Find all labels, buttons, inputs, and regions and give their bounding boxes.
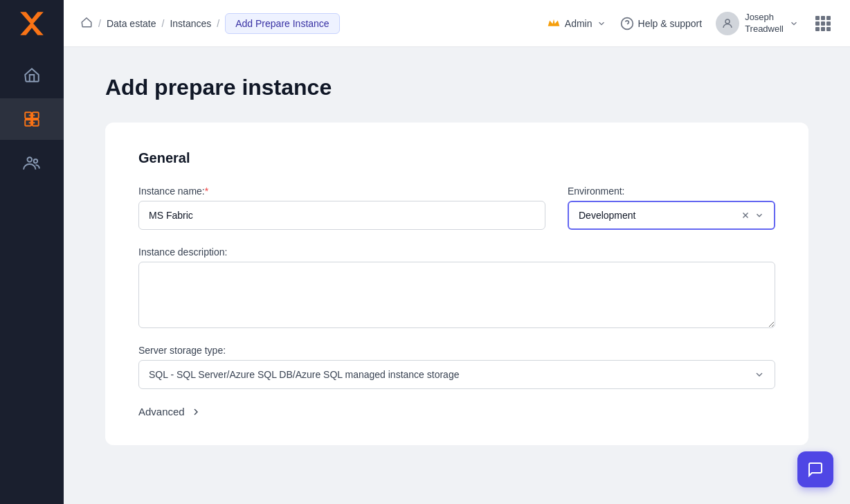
app-logo: [17, 9, 46, 38]
svg-point-9: [28, 157, 33, 162]
breadcrumb-instances[interactable]: Instances: [170, 18, 211, 29]
env-select-icons: [741, 210, 764, 220]
form-row-3: Server storage type: SQL - SQL Server/Az…: [138, 345, 775, 389]
sidebar-item-data-estate[interactable]: [0, 98, 64, 140]
help-icon: [620, 17, 634, 30]
data-estate-icon: [23, 110, 41, 128]
user-name: Joseph Treadwell: [745, 12, 784, 35]
avatar: [716, 12, 739, 35]
user-dropdown-icon: [789, 19, 799, 28]
admin-dropdown-icon: [597, 19, 606, 28]
user-button[interactable]: Joseph Treadwell: [716, 12, 799, 35]
user-avatar-icon: [721, 17, 734, 30]
breadcrumb: / Data estate / Instances / Add Prepare …: [80, 13, 541, 34]
storage-label: Server storage type:: [138, 345, 775, 356]
sidebar: [0, 0, 64, 504]
breadcrumb-sep-3: /: [217, 18, 219, 29]
help-label: Help & support: [638, 18, 703, 29]
page-content: Add prepare instance General Instance na…: [64, 47, 850, 504]
environment-value: Development: [579, 210, 741, 221]
sidebar-item-home[interactable]: [0, 54, 64, 96]
sidebar-logo: [0, 0, 64, 47]
env-clear-icon[interactable]: [741, 210, 750, 220]
chat-icon: [807, 461, 824, 478]
breadcrumb-current: Add Prepare Instance: [225, 13, 339, 34]
home-icon: [23, 66, 41, 84]
form-group-environment: Environment: Development: [568, 186, 775, 230]
svg-point-10: [34, 159, 37, 163]
section-general-title: General: [138, 150, 775, 166]
storage-dropdown-icon: [754, 369, 765, 380]
storage-value: SQL - SQL Server/Azure SQL DB/Azure SQL …: [149, 369, 459, 380]
svg-marker-0: [20, 12, 44, 35]
form-group-instance-name: Instance name:*: [138, 186, 545, 230]
sidebar-navigation: [0, 47, 64, 184]
breadcrumb-data-estate[interactable]: Data estate: [107, 18, 156, 29]
main-area: / Data estate / Instances / Add Prepare …: [64, 0, 850, 504]
chat-fab-button[interactable]: [797, 451, 833, 487]
instance-name-label: Instance name:*: [138, 186, 545, 197]
advanced-label: Advanced: [138, 406, 185, 417]
admin-label: Admin: [565, 18, 593, 29]
breadcrumb-home[interactable]: [80, 16, 93, 31]
svg-point-13: [725, 19, 730, 24]
page-title: Add prepare instance: [105, 75, 808, 100]
breadcrumb-sep-2: /: [162, 18, 165, 29]
environment-select[interactable]: Development: [568, 201, 775, 230]
admin-button[interactable]: Admin: [547, 15, 606, 31]
storage-select[interactable]: SQL - SQL Server/Azure SQL DB/Azure SQL …: [138, 360, 775, 389]
topnav: / Data estate / Instances / Add Prepare …: [64, 0, 850, 47]
crown-icon: [547, 15, 561, 31]
form-group-storage: Server storage type: SQL - SQL Server/Az…: [138, 345, 775, 389]
form-row-2: Instance description:: [138, 246, 775, 328]
users-icon: [23, 154, 41, 172]
sidebar-item-users[interactable]: [0, 143, 64, 184]
crown-svg: [547, 15, 561, 29]
breadcrumb-sep-1: /: [98, 18, 101, 29]
help-button[interactable]: Help & support: [620, 17, 703, 30]
instance-name-input[interactable]: [138, 201, 545, 230]
form-group-description: Instance description:: [138, 246, 775, 328]
description-textarea[interactable]: [138, 262, 775, 328]
env-dropdown-icon[interactable]: [754, 210, 764, 220]
form-row-1: Instance name:* Environment: Development: [138, 186, 775, 230]
topnav-right: Admin Help & support: [547, 12, 833, 35]
advanced-row[interactable]: Advanced: [138, 406, 775, 417]
description-label: Instance description:: [138, 246, 775, 258]
apps-grid-button[interactable]: [813, 13, 833, 34]
advanced-chevron-icon: [190, 406, 201, 417]
environment-label: Environment:: [568, 186, 775, 197]
form-card: General Instance name:* Environment: Dev…: [105, 123, 808, 445]
home-breadcrumb-icon: [80, 16, 93, 28]
